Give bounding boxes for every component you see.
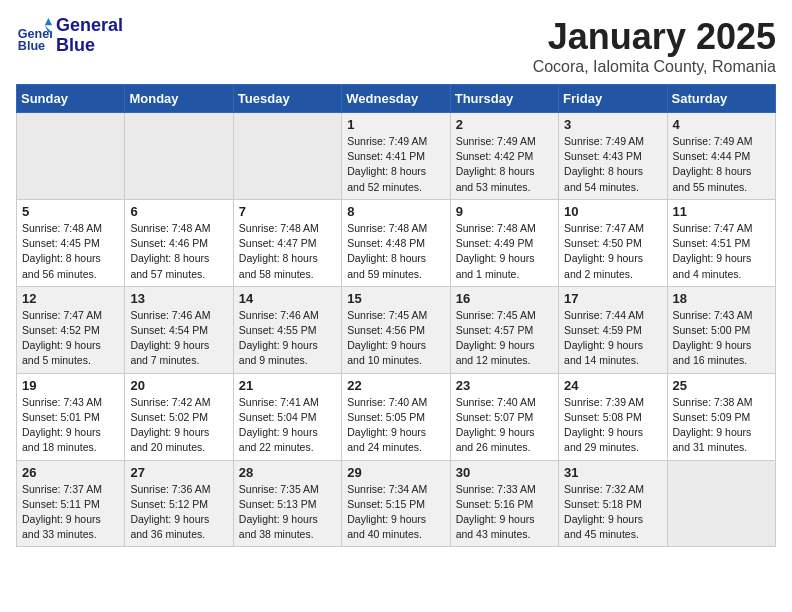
day-number: 23 (456, 378, 553, 393)
day-info: Sunrise: 7:44 AM Sunset: 4:59 PM Dayligh… (564, 308, 661, 369)
day-header-tuesday: Tuesday (233, 85, 341, 113)
day-number: 8 (347, 204, 444, 219)
day-number: 15 (347, 291, 444, 306)
day-info: Sunrise: 7:38 AM Sunset: 5:09 PM Dayligh… (673, 395, 770, 456)
day-number: 20 (130, 378, 227, 393)
day-number: 28 (239, 465, 336, 480)
day-info: Sunrise: 7:45 AM Sunset: 4:56 PM Dayligh… (347, 308, 444, 369)
day-info: Sunrise: 7:47 AM Sunset: 4:51 PM Dayligh… (673, 221, 770, 282)
day-number: 13 (130, 291, 227, 306)
calendar-day-cell: 4Sunrise: 7:49 AM Sunset: 4:44 PM Daylig… (667, 113, 775, 200)
day-header-thursday: Thursday (450, 85, 558, 113)
day-number: 24 (564, 378, 661, 393)
calendar-day-cell: 20Sunrise: 7:42 AM Sunset: 5:02 PM Dayli… (125, 373, 233, 460)
day-info: Sunrise: 7:45 AM Sunset: 4:57 PM Dayligh… (456, 308, 553, 369)
day-info: Sunrise: 7:49 AM Sunset: 4:41 PM Dayligh… (347, 134, 444, 195)
logo: General Blue General Blue (16, 16, 123, 56)
calendar-day-cell (17, 113, 125, 200)
day-number: 27 (130, 465, 227, 480)
day-info: Sunrise: 7:46 AM Sunset: 4:54 PM Dayligh… (130, 308, 227, 369)
day-number: 18 (673, 291, 770, 306)
day-info: Sunrise: 7:48 AM Sunset: 4:45 PM Dayligh… (22, 221, 119, 282)
day-header-saturday: Saturday (667, 85, 775, 113)
day-number: 14 (239, 291, 336, 306)
calendar-day-cell: 28Sunrise: 7:35 AM Sunset: 5:13 PM Dayli… (233, 460, 341, 547)
calendar-day-cell: 17Sunrise: 7:44 AM Sunset: 4:59 PM Dayli… (559, 286, 667, 373)
calendar-table: SundayMondayTuesdayWednesdayThursdayFrid… (16, 84, 776, 547)
day-info: Sunrise: 7:32 AM Sunset: 5:18 PM Dayligh… (564, 482, 661, 543)
calendar-day-cell (667, 460, 775, 547)
day-number: 1 (347, 117, 444, 132)
day-info: Sunrise: 7:43 AM Sunset: 5:00 PM Dayligh… (673, 308, 770, 369)
day-number: 6 (130, 204, 227, 219)
day-info: Sunrise: 7:36 AM Sunset: 5:12 PM Dayligh… (130, 482, 227, 543)
calendar-day-cell: 24Sunrise: 7:39 AM Sunset: 5:08 PM Dayli… (559, 373, 667, 460)
calendar-day-cell: 2Sunrise: 7:49 AM Sunset: 4:42 PM Daylig… (450, 113, 558, 200)
calendar-day-cell: 1Sunrise: 7:49 AM Sunset: 4:41 PM Daylig… (342, 113, 450, 200)
calendar-day-cell: 18Sunrise: 7:43 AM Sunset: 5:00 PM Dayli… (667, 286, 775, 373)
day-number: 22 (347, 378, 444, 393)
day-info: Sunrise: 7:41 AM Sunset: 5:04 PM Dayligh… (239, 395, 336, 456)
calendar-day-cell: 29Sunrise: 7:34 AM Sunset: 5:15 PM Dayli… (342, 460, 450, 547)
day-number: 26 (22, 465, 119, 480)
calendar-day-cell: 3Sunrise: 7:49 AM Sunset: 4:43 PM Daylig… (559, 113, 667, 200)
day-number: 21 (239, 378, 336, 393)
calendar-day-cell: 9Sunrise: 7:48 AM Sunset: 4:49 PM Daylig… (450, 199, 558, 286)
calendar-day-cell: 22Sunrise: 7:40 AM Sunset: 5:05 PM Dayli… (342, 373, 450, 460)
calendar-day-cell: 11Sunrise: 7:47 AM Sunset: 4:51 PM Dayli… (667, 199, 775, 286)
calendar-day-cell (125, 113, 233, 200)
logo-icon: General Blue (16, 18, 52, 54)
day-number: 12 (22, 291, 119, 306)
month-title: January 2025 (533, 16, 776, 58)
day-info: Sunrise: 7:34 AM Sunset: 5:15 PM Dayligh… (347, 482, 444, 543)
calendar-day-cell: 13Sunrise: 7:46 AM Sunset: 4:54 PM Dayli… (125, 286, 233, 373)
calendar-header-row: SundayMondayTuesdayWednesdayThursdayFrid… (17, 85, 776, 113)
day-info: Sunrise: 7:39 AM Sunset: 5:08 PM Dayligh… (564, 395, 661, 456)
day-number: 3 (564, 117, 661, 132)
day-header-wednesday: Wednesday (342, 85, 450, 113)
calendar-day-cell: 31Sunrise: 7:32 AM Sunset: 5:18 PM Dayli… (559, 460, 667, 547)
calendar-week-row: 1Sunrise: 7:49 AM Sunset: 4:41 PM Daylig… (17, 113, 776, 200)
calendar-day-cell: 16Sunrise: 7:45 AM Sunset: 4:57 PM Dayli… (450, 286, 558, 373)
day-number: 31 (564, 465, 661, 480)
day-number: 2 (456, 117, 553, 132)
day-info: Sunrise: 7:47 AM Sunset: 4:52 PM Dayligh… (22, 308, 119, 369)
calendar-day-cell: 15Sunrise: 7:45 AM Sunset: 4:56 PM Dayli… (342, 286, 450, 373)
day-info: Sunrise: 7:40 AM Sunset: 5:07 PM Dayligh… (456, 395, 553, 456)
calendar-day-cell: 26Sunrise: 7:37 AM Sunset: 5:11 PM Dayli… (17, 460, 125, 547)
calendar-day-cell: 14Sunrise: 7:46 AM Sunset: 4:55 PM Dayli… (233, 286, 341, 373)
day-info: Sunrise: 7:43 AM Sunset: 5:01 PM Dayligh… (22, 395, 119, 456)
day-info: Sunrise: 7:40 AM Sunset: 5:05 PM Dayligh… (347, 395, 444, 456)
day-info: Sunrise: 7:33 AM Sunset: 5:16 PM Dayligh… (456, 482, 553, 543)
day-info: Sunrise: 7:37 AM Sunset: 5:11 PM Dayligh… (22, 482, 119, 543)
title-block: January 2025 Cocora, Ialomita County, Ro… (533, 16, 776, 76)
day-number: 29 (347, 465, 444, 480)
day-info: Sunrise: 7:42 AM Sunset: 5:02 PM Dayligh… (130, 395, 227, 456)
logo-text: General Blue (56, 16, 123, 56)
day-number: 16 (456, 291, 553, 306)
calendar-day-cell: 5Sunrise: 7:48 AM Sunset: 4:45 PM Daylig… (17, 199, 125, 286)
svg-text:Blue: Blue (18, 39, 45, 53)
calendar-day-cell: 6Sunrise: 7:48 AM Sunset: 4:46 PM Daylig… (125, 199, 233, 286)
calendar-week-row: 12Sunrise: 7:47 AM Sunset: 4:52 PM Dayli… (17, 286, 776, 373)
day-header-friday: Friday (559, 85, 667, 113)
calendar-day-cell: 21Sunrise: 7:41 AM Sunset: 5:04 PM Dayli… (233, 373, 341, 460)
logo-line1: General (56, 16, 123, 36)
day-number: 9 (456, 204, 553, 219)
page-header: General Blue General Blue January 2025 C… (16, 16, 776, 76)
day-header-sunday: Sunday (17, 85, 125, 113)
calendar-day-cell: 10Sunrise: 7:47 AM Sunset: 4:50 PM Dayli… (559, 199, 667, 286)
calendar-week-row: 5Sunrise: 7:48 AM Sunset: 4:45 PM Daylig… (17, 199, 776, 286)
calendar-day-cell: 8Sunrise: 7:48 AM Sunset: 4:48 PM Daylig… (342, 199, 450, 286)
day-number: 19 (22, 378, 119, 393)
day-number: 25 (673, 378, 770, 393)
day-number: 4 (673, 117, 770, 132)
calendar-day-cell (233, 113, 341, 200)
day-number: 17 (564, 291, 661, 306)
calendar-week-row: 26Sunrise: 7:37 AM Sunset: 5:11 PM Dayli… (17, 460, 776, 547)
day-number: 11 (673, 204, 770, 219)
calendar-day-cell: 30Sunrise: 7:33 AM Sunset: 5:16 PM Dayli… (450, 460, 558, 547)
day-header-monday: Monday (125, 85, 233, 113)
day-info: Sunrise: 7:49 AM Sunset: 4:44 PM Dayligh… (673, 134, 770, 195)
calendar-day-cell: 23Sunrise: 7:40 AM Sunset: 5:07 PM Dayli… (450, 373, 558, 460)
